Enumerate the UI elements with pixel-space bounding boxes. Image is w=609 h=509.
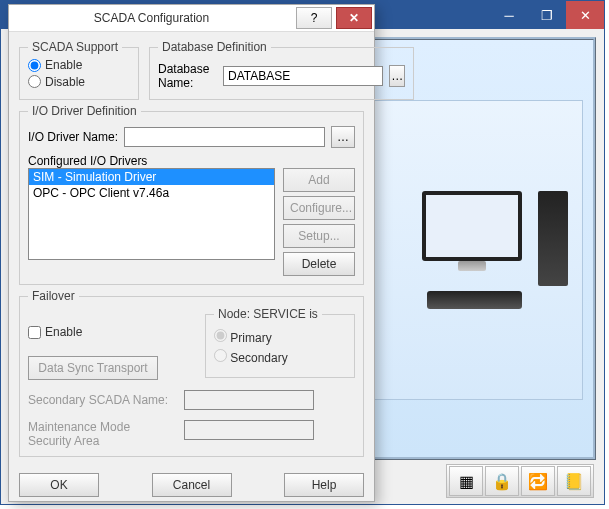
- scada-support-group: SCADA Support Enable Disable: [19, 40, 139, 100]
- database-name-input[interactable]: [223, 66, 383, 86]
- database-definition-legend: Database Definition: [158, 40, 271, 54]
- toolbar-alarm-icon[interactable]: 📒: [557, 466, 591, 496]
- database-definition-group: Database Definition Database Name: …: [149, 40, 414, 100]
- driver-list-item[interactable]: OPC - OPC Client v7.46a: [29, 185, 274, 201]
- failover-group: Failover Enable Data Sync Transport Node…: [19, 289, 364, 457]
- maintenance-mode-label-2: Security Area: [28, 434, 178, 448]
- node-primary-label: Primary: [230, 331, 271, 345]
- dialog-help-button[interactable]: ?: [296, 7, 332, 29]
- io-driver-legend: I/O Driver Definition: [28, 104, 141, 118]
- node-role-group: Node: SERVICE is Primary Secondary: [205, 307, 355, 378]
- configure-driver-button[interactable]: Configure...: [283, 196, 355, 220]
- node-secondary-radio-input: [214, 349, 227, 362]
- dialog-body: SCADA Support Enable Disable Database De…: [9, 32, 374, 465]
- scada-enable-radio-input[interactable]: [28, 59, 41, 72]
- failover-enable-checkbox[interactable]: Enable: [28, 325, 82, 339]
- maintenance-mode-input: [184, 420, 314, 440]
- node-secondary-radio: Secondary: [214, 349, 346, 365]
- scada-disable-radio-input[interactable]: [28, 75, 41, 88]
- keyboard: [427, 291, 522, 309]
- parent-close-button[interactable]: ✕: [566, 1, 604, 29]
- delete-driver-button[interactable]: Delete: [283, 252, 355, 276]
- failover-enable-checkbox-input[interactable]: [28, 326, 41, 339]
- failover-enable-label: Enable: [45, 325, 82, 339]
- parent-toolbar: ▦ 🔒 🔁 📒: [446, 464, 594, 498]
- node-primary-radio: Primary: [214, 329, 346, 345]
- scada-enable-label: Enable: [45, 58, 82, 72]
- maintenance-mode-label-1: Maintenance Mode: [28, 420, 178, 434]
- io-driver-name-input[interactable]: [124, 127, 325, 147]
- node-secondary-label: Secondary: [230, 351, 287, 365]
- node-primary-radio-input: [214, 329, 227, 342]
- database-name-label: Database Name:: [158, 62, 217, 90]
- add-driver-button[interactable]: Add: [283, 168, 355, 192]
- io-driver-group: I/O Driver Definition I/O Driver Name: ……: [19, 104, 364, 285]
- data-sync-transport-button[interactable]: Data Sync Transport: [28, 356, 158, 380]
- parent-restore-button[interactable]: ❐: [528, 1, 566, 29]
- parent-minimize-button[interactable]: ─: [490, 1, 528, 29]
- cancel-button[interactable]: Cancel: [152, 473, 232, 497]
- dialog-footer: OK Cancel Help: [9, 465, 374, 507]
- toolbar-refresh-icon[interactable]: 🔁: [521, 466, 555, 496]
- scada-config-dialog: SCADA Configuration ? ✕ SCADA Support En…: [8, 4, 375, 502]
- dialog-close-button[interactable]: ✕: [336, 7, 372, 29]
- toolbar-grid-icon[interactable]: ▦: [449, 466, 483, 496]
- scada-enable-radio[interactable]: Enable: [28, 58, 82, 72]
- monitor-small: [422, 191, 522, 261]
- ok-button[interactable]: OK: [19, 473, 99, 497]
- failover-legend: Failover: [28, 289, 79, 303]
- dialog-title: SCADA Configuration: [9, 11, 294, 25]
- io-driver-name-label: I/O Driver Name:: [28, 130, 118, 144]
- scada-support-legend: SCADA Support: [28, 40, 122, 54]
- secondary-scada-name-label: Secondary SCADA Name:: [28, 393, 178, 407]
- dialog-titlebar: SCADA Configuration ? ✕: [9, 5, 374, 32]
- scada-disable-label: Disable: [45, 75, 85, 89]
- toolbar-lock-icon[interactable]: 🔒: [485, 466, 519, 496]
- setup-driver-button[interactable]: Setup...: [283, 224, 355, 248]
- configured-drivers-listbox[interactable]: SIM - Simulation DriverOPC - OPC Client …: [28, 168, 275, 260]
- node-role-legend: Node: SERVICE is: [214, 307, 322, 321]
- scada-disable-radio[interactable]: Disable: [28, 75, 85, 89]
- database-browse-button[interactable]: …: [389, 65, 405, 87]
- help-button[interactable]: Help: [284, 473, 364, 497]
- driver-list-item[interactable]: SIM - Simulation Driver: [29, 169, 274, 185]
- io-driver-browse-button[interactable]: …: [331, 126, 355, 148]
- secondary-scada-name-input: [184, 390, 314, 410]
- pc-tower: [538, 191, 568, 286]
- configured-drivers-label: Configured I/O Drivers: [28, 154, 355, 168]
